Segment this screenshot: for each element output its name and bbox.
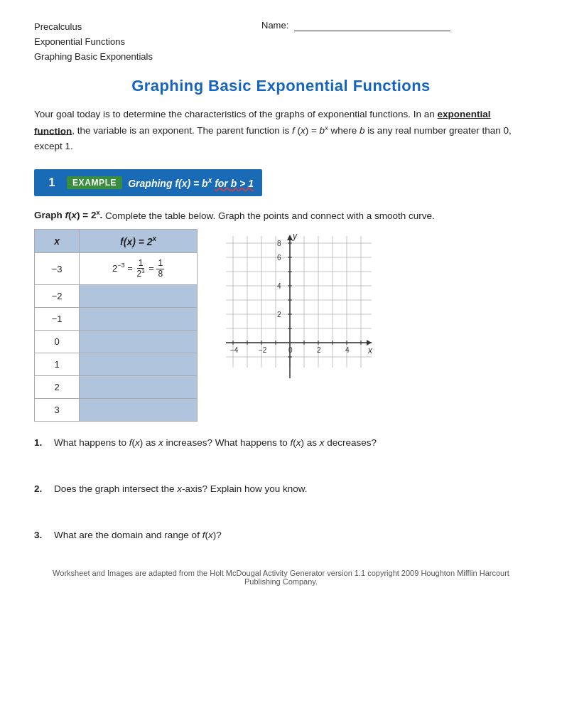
svg-text:−4: −4 [230,346,239,354]
x-val-4: 1 [35,353,80,376]
example-badge: EXAMPLE [67,176,122,189]
fx-fill-6 [80,399,198,422]
svg-text:−2: −2 [259,346,267,354]
x-val-6: 3 [35,399,80,422]
svg-text:y: y [292,231,298,241]
name-underline-field [294,20,450,31]
table-container: x f(x) = 2x −3 2−3 = 123 = 18 −2 [34,229,198,422]
grid-svg: x y −4 −2 0 2 4 2 4 6 8 [219,229,375,385]
svg-text:4: 4 [277,282,281,290]
fx-fill-4 [80,353,198,376]
coordinate-grid: x y −4 −2 0 2 4 2 4 6 8 [219,229,375,385]
svg-marker-22 [287,235,293,240]
questions-section: 1. What happens to f(x) as x increases? … [34,437,528,540]
fx-fill-1 [80,285,198,308]
svg-text:6: 6 [277,254,281,262]
fx-fill-5 [80,376,198,399]
table-row: −3 2−3 = 123 = 18 [35,252,198,284]
question-1-text: What happens to f(x) as x increases? Wha… [54,437,377,448]
x-val-2: −1 [35,308,80,331]
intro-text2: , the variable is an exponent. The paren… [34,125,512,151]
question-2-text: Does the graph intersect the x-axis? Exp… [54,483,307,494]
example1-bar: 1 EXAMPLE Graphing f(x) = bx for b > 1 [34,169,262,196]
graph-instruction: Graph f(x) = 2x. Complete the table belo… [34,209,528,221]
table-row: 1 [35,353,198,376]
table-row: 3 [35,399,198,422]
question-2: 2. Does the graph intersect the x-axis? … [34,483,528,494]
fx-fill-3 [80,331,198,353]
fx-val-0: 2−3 = 123 = 18 [80,252,198,284]
x-val-0: −3 [35,252,80,284]
main-title: Graphing Basic Exponential Functions [34,77,528,95]
header-left: Precalculus Exponential Functions Graphi… [34,20,153,64]
header: Precalculus Exponential Functions Graphi… [34,20,528,64]
table-row: 2 [35,376,198,399]
example-title: Graphing f(x) = bx for b > 1 [128,176,254,189]
question-1: 1. What happens to f(x) as x increases? … [34,437,528,448]
svg-text:x: x [367,346,373,355]
intro-paragraph: Your goal today is to determine the char… [34,107,528,154]
footer-text: Worksheet and Images are adapted from th… [53,569,509,586]
subject-label: Precalculus [34,20,153,35]
svg-text:4: 4 [345,346,350,354]
example-number: 1 [43,173,61,192]
intro-text1: Your goal today is to determine the char… [34,109,438,119]
svg-marker-21 [367,340,372,346]
subtitle2-label: Graphing Basic Exponentials [34,50,153,65]
table-row: −2 [35,285,198,308]
col1-header: x [35,230,80,253]
table-row: 0 [35,331,198,353]
header-right: Name: [261,20,528,31]
subtitle1-label: Exponential Functions [34,35,153,50]
footer: Worksheet and Images are adapted from th… [34,569,528,586]
name-label: Name: [261,20,288,31]
question-3-text: What are the domain and range of f(x)? [54,530,222,540]
question-2-num: 2. [34,483,48,494]
question-3-num: 3. [34,530,48,540]
x-val-5: 2 [35,376,80,399]
svg-text:8: 8 [277,240,281,247]
fx-fill-2 [80,308,198,331]
data-table: x f(x) = 2x −3 2−3 = 123 = 18 −2 [34,229,198,422]
x-val-3: 0 [35,331,80,353]
col2-header: f(x) = 2x [80,230,198,253]
table-row: −1 [35,308,198,331]
question-1-num: 1. [34,437,48,448]
svg-text:0: 0 [288,346,293,354]
svg-text:2: 2 [317,346,321,354]
x-val-1: −2 [35,285,80,308]
svg-text:2: 2 [277,311,281,318]
question-3: 3. What are the domain and range of f(x)… [34,530,528,540]
graph-section: x f(x) = 2x −3 2−3 = 123 = 18 −2 [34,229,528,422]
